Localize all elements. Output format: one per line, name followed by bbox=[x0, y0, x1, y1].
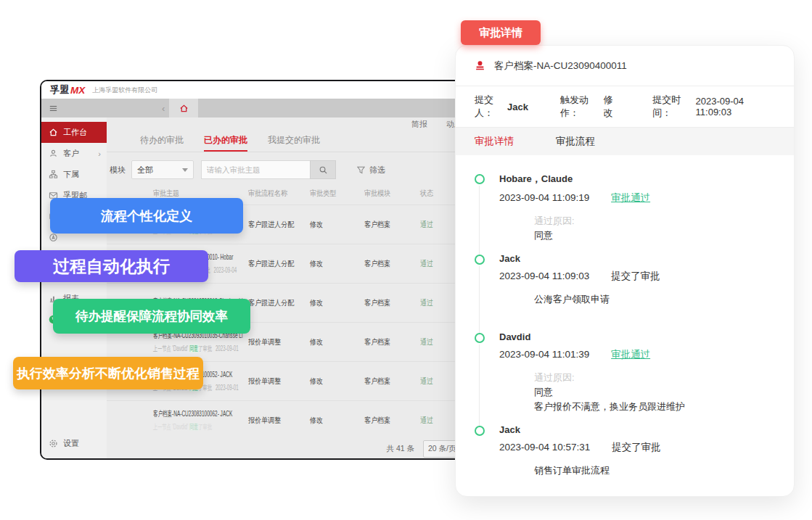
sidebar-item-label: 下属 bbox=[63, 169, 79, 180]
filter-toggle-label: 筛选 bbox=[369, 165, 385, 176]
filter-toggle[interactable]: 筛选 bbox=[356, 165, 385, 176]
module-filter-label: 模块 bbox=[110, 165, 126, 176]
callout-process-automation: 过程自动化执行 bbox=[15, 250, 208, 282]
callout-todo-reminder: 待办提醒保障流程协同效率 bbox=[53, 299, 250, 334]
chevron-down-icon bbox=[182, 168, 188, 172]
tab-pending-approvals[interactable]: 待办的审批 bbox=[140, 134, 184, 152]
sidebar-item-subordinates[interactable]: 下属 bbox=[41, 164, 107, 185]
submitted-action-text: 提交了审批 bbox=[611, 271, 660, 281]
back-chevron-icon[interactable]: ‹ bbox=[162, 104, 165, 113]
submit-time-value: 2023-09-04 11:09:03 bbox=[696, 96, 775, 117]
pagination: 共 41 条 20 条/页 bbox=[107, 439, 477, 458]
sidebar-item-settings[interactable]: 设置 bbox=[41, 434, 107, 453]
sidebar-item-customers[interactable]: 客户 › bbox=[41, 143, 107, 164]
pass-reason-label: 通过原因: bbox=[534, 371, 775, 385]
trigger-action-value: 修改 bbox=[603, 94, 620, 120]
approval-module: 客户档案 bbox=[364, 416, 390, 426]
timeline-node-circle bbox=[475, 255, 485, 265]
approval-type: 修改 bbox=[310, 337, 323, 347]
timeline-node-circle bbox=[475, 426, 485, 436]
module-select[interactable]: 全部 bbox=[131, 160, 194, 179]
approver-name: Davdid bbox=[499, 331, 775, 342]
approval-type: 修改 bbox=[310, 259, 323, 269]
flow-name: 报价单调整 bbox=[248, 376, 281, 387]
app-topbar: 孚盟 MX 上海孚盟软件有限公司 bbox=[41, 81, 477, 99]
col-flow-name: 审批流程名称 bbox=[248, 189, 287, 199]
brand-logo: 孚盟 bbox=[50, 83, 70, 96]
link-briefing[interactable]: 简报 bbox=[411, 119, 427, 130]
home-icon bbox=[49, 128, 58, 137]
trigger-action-label: 触发动作： bbox=[560, 94, 603, 120]
status-badge: 通过 bbox=[420, 298, 433, 308]
timeline-entry: Jack 2023-09-04 10:57:31 提交了审批 销售订单审批流程 bbox=[475, 424, 775, 488]
tab-home[interactable] bbox=[169, 99, 198, 117]
submit-time: 2023-09-04 11:09:03 bbox=[499, 271, 589, 281]
filter-row: 模块 全部 筛选 bbox=[107, 157, 477, 183]
table-row[interactable]: 客户档案-NA-CU23083100062- JACK 上一节点 'Davdid… bbox=[107, 400, 477, 439]
timeline-node-circle bbox=[475, 333, 485, 343]
approval-module: 客户档案 bbox=[364, 298, 390, 308]
dashboard-links: 简报 动态 bbox=[107, 117, 477, 131]
approval-module: 客户档案 bbox=[364, 376, 390, 387]
col-approval-type: 审批类型 bbox=[310, 189, 336, 199]
approval-type: 修改 bbox=[310, 376, 323, 387]
submission-note: 销售订单审批流程 bbox=[534, 463, 775, 478]
sidebar-item-label: 工作台 bbox=[63, 127, 87, 138]
flow-name: 客户跟进人分配 bbox=[248, 259, 294, 269]
status-badge: 通过 bbox=[420, 416, 433, 426]
panel-header: 客户档案-NA-CU23090400011 bbox=[456, 46, 794, 86]
col-status: 状态 bbox=[420, 189, 433, 199]
pass-reason-comment: 客户报价不满意，换业务员跟进维护 bbox=[534, 400, 775, 414]
approval-detail-tag: 审批详情 bbox=[461, 20, 541, 45]
approval-module: 客户档案 bbox=[364, 259, 390, 269]
submitter-label: 提交人： bbox=[475, 94, 507, 120]
callout-process-customization: 流程个性化定义 bbox=[50, 198, 243, 234]
sidebar: 工作台 客户 › 下属 孚盟邮 bbox=[41, 117, 107, 460]
sidebar-item-label: 客户 bbox=[63, 148, 79, 159]
search-button[interactable] bbox=[310, 160, 336, 179]
approval-type: 修改 bbox=[310, 220, 323, 230]
home-icon bbox=[179, 104, 189, 113]
hamburger-menu-icon[interactable] bbox=[49, 104, 58, 113]
circle-a-icon bbox=[49, 233, 58, 242]
col-module: 审批模块 bbox=[364, 189, 390, 199]
tab-approval-flow[interactable]: 审批流程 bbox=[556, 135, 595, 148]
approval-timeline: Hobare，Claude 2023-09-04 11:09:19 审批通过 通… bbox=[456, 155, 794, 488]
search-icon bbox=[319, 165, 328, 175]
page-size-value: 20 条/页 bbox=[428, 444, 456, 454]
total-count: 共 41 条 bbox=[386, 444, 414, 454]
callout-efficiency-analysis: 执行效率分析不断优化销售过程 bbox=[13, 357, 203, 389]
tab-submitted-approvals[interactable]: 我提交的审批 bbox=[268, 134, 320, 152]
company-name: 上海孚盟软件有限公司 bbox=[92, 86, 157, 95]
status-badge: 通过 bbox=[420, 259, 433, 269]
flow-name: 报价单调整 bbox=[248, 416, 281, 426]
marketing-composition: 孚盟 MX 上海孚盟软件有限公司 ‹ 工作台 客户 › bbox=[0, 0, 812, 520]
status-badge: 通过 bbox=[420, 337, 433, 347]
person-icon bbox=[49, 149, 58, 158]
org-chart-icon bbox=[49, 170, 58, 179]
pass-reason-value: 同意 bbox=[534, 385, 775, 400]
status-badge: 通过 bbox=[420, 376, 433, 387]
sidebar-item-workbench[interactable]: 工作台 bbox=[41, 122, 107, 143]
stamp-icon bbox=[475, 60, 485, 71]
chevron-right-icon: › bbox=[98, 149, 101, 158]
submitter-value: Jack bbox=[507, 102, 528, 112]
content-area: 简报 动态 待办的审批 已办的审批 我提交的审批 模块 全部 bbox=[107, 117, 477, 460]
submitter-name: Jack bbox=[499, 253, 775, 264]
flow-name: 客户跟进人分配 bbox=[248, 220, 294, 230]
status-badge: 通过 bbox=[420, 220, 433, 230]
timeline-entry: Hobare，Claude 2023-09-04 11:09:19 审批通过 通… bbox=[475, 173, 775, 253]
approval-passed-link[interactable]: 审批通过 bbox=[611, 192, 650, 203]
approver-name: Hobare，Claude bbox=[499, 173, 775, 186]
sidebar-item-label: 设置 bbox=[63, 438, 79, 449]
tab-approval-detail[interactable]: 审批详情 bbox=[475, 135, 514, 148]
submit-time: 2023-09-04 10:57:31 bbox=[499, 442, 590, 453]
search-input[interactable] bbox=[201, 160, 310, 179]
approval-subline: 上一节点 'Davdid' 同意了审批 bbox=[153, 422, 212, 432]
brand-logo-mx: MX bbox=[70, 85, 85, 96]
approval-passed-link[interactable]: 审批通过 bbox=[611, 349, 650, 360]
tab-done-approvals[interactable]: 已办的审批 bbox=[204, 134, 247, 152]
approval-module: 客户档案 bbox=[364, 337, 390, 347]
flow-name: 报价单调整 bbox=[248, 337, 281, 347]
approval-record-title: 客户档案-NA-CU23090400011 bbox=[494, 59, 627, 73]
